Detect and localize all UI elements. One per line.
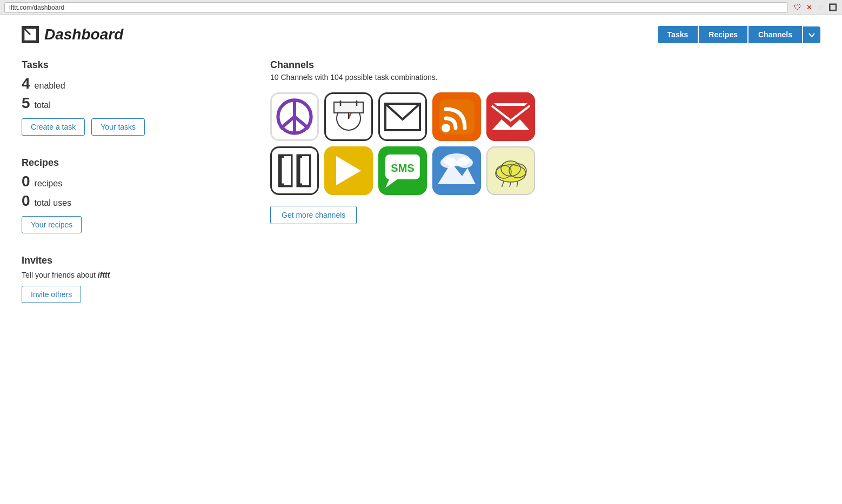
channels-heading: Channels [270,59,820,71]
stop-icon[interactable]: ✕ [804,3,814,12]
get-more-channels-button[interactable]: Get more channels [270,206,357,224]
channel-rss-icon[interactable] [432,92,481,141]
channel-cloud-icon[interactable] [486,146,535,195]
channel-sms-icon[interactable]: SMS [378,146,427,195]
channel-plex-icon[interactable] [324,146,373,195]
nav-buttons: Tasks Recipes Channels [658,26,820,43]
right-column: Channels 10 Channels with 104 possible t… [270,59,820,325]
your-tasks-button[interactable]: Your tasks [91,118,145,136]
svg-point-31 [440,157,457,168]
your-recipes-button[interactable]: Your recipes [22,216,82,233]
create-task-button[interactable]: Create a task [22,118,85,136]
left-column: Tasks 4 enabled 5 total Create a task Yo… [22,59,227,325]
tasks-enabled-count: 4 [22,75,30,92]
channel-email-icon[interactable] [378,92,427,141]
url-text: ifttt.com/dashboard [9,4,64,11]
top-nav: Dashboard Tasks Recipes Channels [22,26,820,43]
tasks-heading: Tasks [22,59,227,71]
tasks-total-count: 5 [22,95,30,112]
recipes-count: 0 [22,173,30,190]
channels-grid: SMS [270,92,820,195]
channel-stormcloud-icon[interactable] [432,146,481,195]
svg-line-5 [295,117,309,129]
recipes-count-line: 0 recipes [22,173,227,190]
svg-point-15 [442,124,450,132]
svg-line-43 [517,182,518,187]
channel-ifttt-icon[interactable] [270,146,319,195]
channels-subtitle: 10 Channels with 104 possible task combi… [270,73,820,82]
svg-line-42 [509,183,511,187]
recipes-uses-line: 0 total uses [22,192,227,210]
channel-clock-icon[interactable] [324,92,373,141]
tasks-total-label: total [35,100,51,110]
recipes-heading: Recipes [22,157,227,169]
browser-chrome: ifttt.com/dashboard 🛡 ✕ ☆ 🔲 [0,0,842,15]
page-title: Dashboard [44,26,123,43]
svg-rect-10 [334,102,363,113]
tasks-total-line: 5 total [22,95,227,112]
nav-tasks-button[interactable]: Tasks [658,26,698,43]
invite-prefix: Tell your friends about [22,271,98,279]
extension-icon: 🔲 [828,3,838,12]
nav-dropdown-button[interactable] [803,26,820,43]
recipes-label: recipes [35,179,63,189]
invites-heading: Invites [22,255,227,266]
recipes-uses-count: 0 [22,192,30,210]
invite-others-button[interactable]: Invite others [22,286,81,303]
svg-rect-21 [302,156,309,185]
channel-gmail-icon[interactable] [486,92,535,141]
recipes-section: Recipes 0 recipes 0 total uses Your reci… [22,157,227,233]
recipes-uses-label: total uses [35,198,71,208]
channel-peace-icon[interactable] [270,92,319,141]
invites-buttons: Invite others [22,286,227,303]
bookmark-icon[interactable]: ☆ [816,3,826,12]
page-wrapper: Dashboard Tasks Recipes Channels Tasks 4… [0,15,842,504]
tasks-buttons: Create a task Your tasks [22,118,227,136]
nav-recipes-button[interactable]: Recipes [699,26,747,43]
nav-channels-button[interactable]: Channels [749,26,802,43]
invite-brand: ifttt [98,271,110,279]
kaspersky-icon: 🛡 [792,3,802,12]
logo-icon [22,26,39,43]
browser-toolbar-icons: 🛡 ✕ ☆ 🔲 [792,3,838,12]
main-content: Tasks 4 enabled 5 total Create a task Yo… [22,59,820,325]
tasks-section: Tasks 4 enabled 5 total Create a task Yo… [22,59,227,136]
invite-text: Tell your friends about ifttt [22,271,227,279]
invites-section: Invites Tell your friends about ifttt In… [22,255,227,303]
svg-line-41 [502,182,504,187]
svg-line-1 [24,28,30,35]
svg-point-32 [457,157,473,168]
tasks-enabled-label: enabled [35,81,65,91]
svg-line-4 [280,117,295,129]
url-bar[interactable]: ifttt.com/dashboard [4,2,788,13]
recipes-buttons: Your recipes [22,216,227,233]
tasks-enabled-line: 4 enabled [22,75,227,92]
svg-rect-20 [284,156,291,185]
svg-text:SMS: SMS [391,162,414,174]
logo-area: Dashboard [22,26,123,43]
